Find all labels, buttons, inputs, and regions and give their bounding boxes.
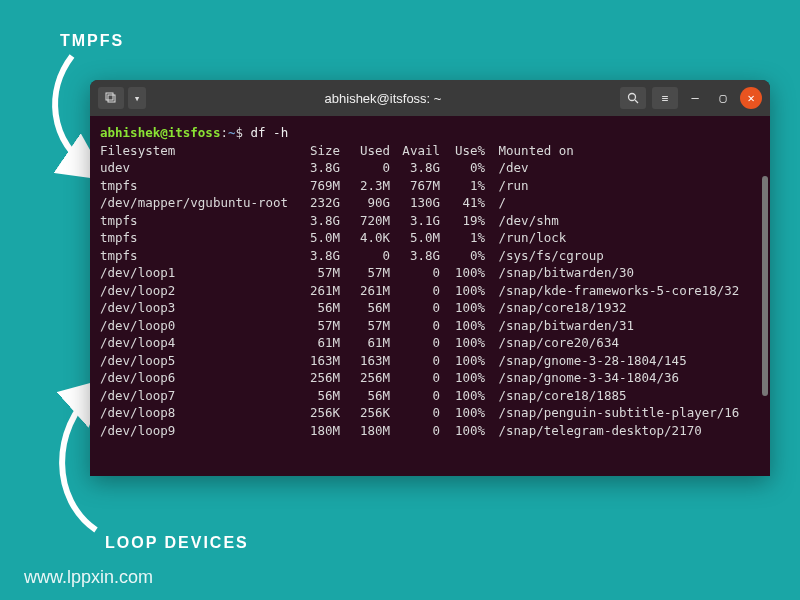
col-mounted-on: /run/lock: [485, 230, 566, 245]
col-avail: 130G: [390, 194, 440, 212]
col-used: 256K: [340, 404, 390, 422]
terminal-body[interactable]: abhishek@itsfoss:~$ df -h FilesystemSize…: [90, 116, 770, 476]
df-row: /dev/loop6256M256M0100% /snap/gnome-3-34…: [100, 369, 760, 387]
col-size: 56M: [295, 387, 340, 405]
watermark-text: www.lppxin.com: [24, 567, 153, 588]
col-avail: Avail: [390, 142, 440, 160]
search-button[interactable]: [620, 87, 646, 109]
minimize-button[interactable]: —: [684, 87, 706, 109]
col-size: 163M: [295, 352, 340, 370]
svg-point-2: [629, 94, 636, 101]
df-row: tmpfs3.8G720M3.1G19% /dev/shm: [100, 212, 760, 230]
col-size: 261M: [295, 282, 340, 300]
df-row: tmpfs769M2.3M767M1% /run: [100, 177, 760, 195]
df-row: /dev/loop8256K256K0100% /snap/penguin-su…: [100, 404, 760, 422]
col-size: 256M: [295, 369, 340, 387]
col-size: 256K: [295, 404, 340, 422]
col-mounted-on: /snap/penguin-subtitle-player/16: [485, 405, 739, 420]
df-row: /dev/loop157M57M0100% /snap/bitwarden/30: [100, 264, 760, 282]
chevron-down-icon: ▾: [134, 92, 141, 105]
annotation-loop-devices: LOOP DEVICES: [105, 534, 249, 552]
col-size: 57M: [295, 317, 340, 335]
col-avail: 0: [390, 282, 440, 300]
col-size: 3.8G: [295, 212, 340, 230]
close-button[interactable]: ✕: [740, 87, 762, 109]
col-avail: 0: [390, 299, 440, 317]
df-row: /dev/loop057M57M0100% /snap/bitwarden/31: [100, 317, 760, 335]
minimize-icon: —: [691, 91, 698, 105]
col-use-pct: 19%: [440, 212, 485, 230]
col-used: 61M: [340, 334, 390, 352]
col-filesystem: /dev/mapper/vgubuntu-root: [100, 194, 295, 212]
col-use-pct: 100%: [440, 387, 485, 405]
col-use-pct: 100%: [440, 422, 485, 440]
col-avail: 0: [390, 264, 440, 282]
col-use-pct: 1%: [440, 177, 485, 195]
col-used: 4.0K: [340, 229, 390, 247]
col-mounted-on: /snap/core18/1932: [485, 300, 626, 315]
col-used: 256M: [340, 369, 390, 387]
prompt-dollar: $: [235, 125, 250, 140]
df-row: /dev/loop2261M261M0100% /snap/kde-framew…: [100, 282, 760, 300]
col-avail: 0: [390, 352, 440, 370]
col-used: Used: [340, 142, 390, 160]
col-mounted-on: /dev: [485, 160, 529, 175]
col-size: 3.8G: [295, 247, 340, 265]
col-filesystem: /dev/loop9: [100, 422, 295, 440]
col-size: 61M: [295, 334, 340, 352]
tab-dropdown-button[interactable]: ▾: [128, 87, 146, 109]
col-mounted-on: /: [485, 195, 506, 210]
titlebar-left-controls: ▾: [98, 87, 146, 109]
col-mounted-on: /run: [485, 178, 529, 193]
col-used: 720M: [340, 212, 390, 230]
col-size: 57M: [295, 264, 340, 282]
col-avail: 3.8G: [390, 159, 440, 177]
col-used: 163M: [340, 352, 390, 370]
col-mounted-on: /dev/shm: [485, 213, 559, 228]
col-use-pct: 100%: [440, 334, 485, 352]
prompt-user: abhishek@itsfoss: [100, 125, 220, 140]
col-avail: 5.0M: [390, 229, 440, 247]
close-icon: ✕: [747, 91, 754, 105]
maximize-button[interactable]: ▢: [712, 87, 734, 109]
col-avail: 767M: [390, 177, 440, 195]
df-output: FilesystemSizeUsedAvailUse% Mounted onud…: [100, 142, 760, 440]
titlebar-right-controls: ≡ — ▢ ✕: [620, 87, 762, 109]
df-row: /dev/loop9180M180M0100% /snap/telegram-d…: [100, 422, 760, 440]
col-filesystem: /dev/loop1: [100, 264, 295, 282]
col-used: 0: [340, 247, 390, 265]
new-tab-button[interactable]: [98, 87, 124, 109]
col-filesystem: tmpfs: [100, 247, 295, 265]
col-use-pct: 100%: [440, 369, 485, 387]
col-filesystem: /dev/loop6: [100, 369, 295, 387]
col-mounted-on: /snap/gnome-3-34-1804/36: [485, 370, 679, 385]
scrollbar[interactable]: [762, 176, 768, 396]
maximize-icon: ▢: [719, 91, 726, 105]
svg-rect-1: [108, 95, 115, 102]
col-filesystem: /dev/loop4: [100, 334, 295, 352]
titlebar: ▾ abhishek@itsfoss: ~ ≡ — ▢ ✕: [90, 80, 770, 116]
col-size: 232G: [295, 194, 340, 212]
col-size: Size: [295, 142, 340, 160]
col-used: 56M: [340, 387, 390, 405]
col-mounted-on: Mounted on: [485, 143, 574, 158]
terminal-window: ▾ abhishek@itsfoss: ~ ≡ — ▢ ✕ abhishek@i: [90, 80, 770, 476]
col-filesystem: /dev/loop2: [100, 282, 295, 300]
col-size: 3.8G: [295, 159, 340, 177]
col-mounted-on: /snap/core18/1885: [485, 388, 626, 403]
col-used: 0: [340, 159, 390, 177]
df-row: udev3.8G03.8G0% /dev: [100, 159, 760, 177]
col-avail: 3.8G: [390, 247, 440, 265]
col-avail: 0: [390, 369, 440, 387]
new-tab-icon: [105, 92, 117, 104]
menu-button[interactable]: ≡: [652, 87, 678, 109]
col-filesystem: tmpfs: [100, 229, 295, 247]
hamburger-icon: ≡: [662, 92, 669, 105]
col-mounted-on: /snap/kde-frameworks-5-core18/32: [485, 283, 739, 298]
col-use-pct: 41%: [440, 194, 485, 212]
df-row: /dev/mapper/vgubuntu-root232G90G130G41% …: [100, 194, 760, 212]
col-use-pct: 100%: [440, 404, 485, 422]
col-size: 56M: [295, 299, 340, 317]
col-size: 180M: [295, 422, 340, 440]
col-use-pct: 100%: [440, 299, 485, 317]
